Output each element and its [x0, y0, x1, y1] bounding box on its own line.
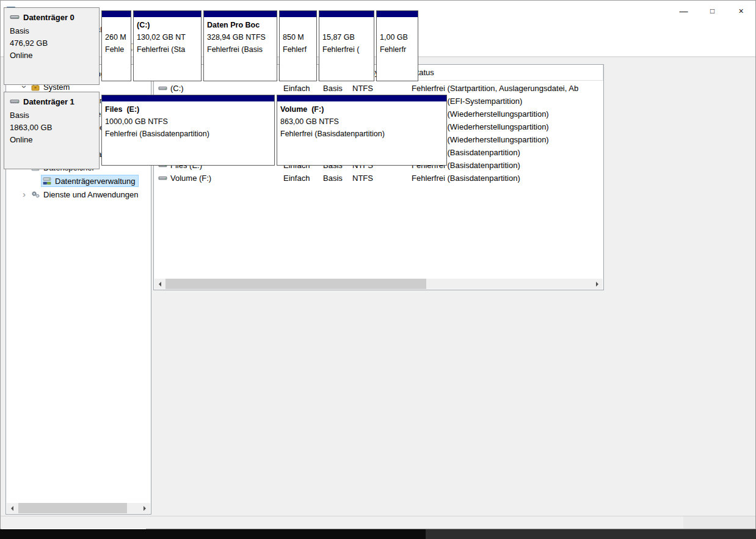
- disk-size: 1863,00 GB: [10, 122, 99, 134]
- partition-color-bar: [319, 11, 374, 17]
- partition-name: (C:): [134, 19, 201, 31]
- services-icon: [31, 189, 40, 199]
- partition-size: 850 M: [280, 31, 316, 43]
- partition-size: 863,00 GB NTFS: [277, 116, 446, 128]
- volume-list-horizontal-scrollbar[interactable]: [154, 279, 603, 289]
- partition-name: Volume (F:): [277, 103, 446, 116]
- partition-name: [102, 19, 131, 31]
- volume-status: Fehlerfrei (Basisdatenpartition): [407, 174, 603, 183]
- disk-1-partitions: Files (E:) 1000,00 GB NTFS Fehlerfrei (B…: [101, 95, 447, 169]
- partition-size: 1000,00 GB NTFS: [102, 116, 274, 128]
- right-splitter[interactable]: [604, 64, 606, 517]
- scroll-track[interactable]: [17, 503, 140, 513]
- tree-horizontal-scrollbar[interactable]: [7, 503, 150, 513]
- partition[interactable]: Files (E:) 1000,00 GB NTFS Fehlerfrei (B…: [101, 95, 275, 166]
- minimize-button[interactable]: —: [669, 1, 698, 21]
- statusbar: [1, 516, 755, 529]
- disk-name: Datenträger 0: [23, 13, 75, 22]
- volume-row[interactable]: Volume (F:) Einfach Basis NTFS Fehlerfre…: [154, 172, 603, 185]
- disk-status: Online: [10, 134, 99, 146]
- taskbar-segment: [426, 529, 756, 539]
- scroll-right-arrow-icon[interactable]: [592, 279, 603, 289]
- maximize-button[interactable]: □: [698, 1, 727, 21]
- partition-size: 130,02 GB NT: [134, 31, 201, 43]
- disk-management-icon: [42, 176, 52, 186]
- close-button[interactable]: ×: [727, 1, 755, 21]
- tree-item-label: Dienste und Anwendungen: [43, 190, 138, 199]
- window-controls: — □ ×: [669, 1, 755, 21]
- disk-1-info-box[interactable]: Datenträger 1 Basis 1863,00 GB Online: [4, 92, 100, 169]
- scroll-right-arrow-icon[interactable]: [140, 503, 150, 513]
- partition-color-bar: [102, 95, 274, 101]
- disk-icon: [10, 12, 20, 22]
- partition[interactable]: 1,00 GB Fehlerfr: [376, 10, 418, 81]
- taskbar-strip: [0, 529, 756, 539]
- partition-size: 260 M: [102, 31, 131, 43]
- partition-status: Fehle: [102, 43, 131, 56]
- partition-color-bar: [377, 11, 418, 17]
- partition-name: [377, 19, 418, 31]
- scroll-left-arrow-icon[interactable]: [154, 279, 165, 289]
- disk-0-info-box[interactable]: Datenträger 0 Basis 476,92 GB Online: [4, 7, 100, 85]
- volume-typ: Basis: [319, 174, 348, 183]
- partition-name: [280, 19, 316, 31]
- expander-icon[interactable]: [19, 188, 29, 200]
- partition[interactable]: 260 M Fehle: [101, 10, 131, 81]
- column-header[interactable]: Status: [407, 65, 603, 80]
- partition[interactable]: Daten Pro Boc 328,94 GB NTFS Fehlerfrei …: [203, 10, 277, 81]
- disk-name: Datenträger 1: [23, 97, 75, 106]
- partition-status: Fehlerfrei (Basisdatenpartition): [102, 128, 274, 140]
- partition-color-bar: [280, 11, 316, 17]
- partition[interactable]: 850 M Fehlerf: [279, 10, 317, 81]
- partition-color-bar: [134, 11, 201, 17]
- partition[interactable]: (C:) 130,02 GB NT Fehlerfrei (Sta: [133, 10, 202, 81]
- disk-icon: [10, 97, 20, 106]
- partition-status: Fehlerfrei (Basisdatenpartition): [277, 128, 446, 140]
- disk-row: Datenträger 0 Basis 476,92 GB Online 260…: [4, 7, 418, 85]
- partition-name: Files (E:): [102, 103, 274, 116]
- disk-size: 476,92 GB: [10, 37, 99, 50]
- tree-item[interactable]: Dienste und Anwendungen: [6, 188, 151, 201]
- disk-type: Basis: [10, 25, 99, 37]
- partition-status: Fehlerfr: [377, 43, 418, 56]
- scroll-thumb[interactable]: [165, 279, 426, 289]
- disk-row: Datenträger 1 Basis 1863,00 GB Online Fi…: [4, 92, 447, 169]
- volume-filesystem: NTFS: [348, 174, 407, 183]
- partition[interactable]: Volume (F:) 863,00 GB NTFS Fehlerfrei (B…: [277, 95, 447, 166]
- partition-status: Fehlerfrei (: [319, 43, 374, 56]
- scroll-left-arrow-icon[interactable]: [7, 503, 17, 513]
- scroll-track[interactable]: [165, 279, 592, 289]
- partition-name: Daten Pro Boc: [204, 19, 277, 31]
- computer-management-window: Computerverwaltung — □ × Datei Aktion An…: [0, 0, 756, 529]
- scroll-thumb[interactable]: [18, 503, 127, 513]
- partition-color-bar: [102, 11, 131, 17]
- volume-layout: Einfach: [279, 174, 319, 183]
- tree-item[interactable]: Datenträgerverwaltung: [6, 174, 151, 188]
- partition-color-bar: [277, 95, 446, 101]
- partition[interactable]: 15,87 GB Fehlerfrei (: [319, 10, 374, 81]
- partition-size: 328,94 GB NTFS: [204, 31, 277, 43]
- partition-status: Fehlerfrei (Basis: [204, 43, 277, 56]
- partition-status: Fehlerf: [280, 43, 316, 56]
- partition-size: 15,87 GB: [319, 31, 374, 43]
- tree-item-label: Datenträgerverwaltung: [55, 177, 136, 186]
- volume-name: Volume (F:): [170, 174, 211, 183]
- disk-status: Online: [10, 50, 99, 62]
- partition-size: 1,00 GB: [377, 31, 418, 43]
- disk-type: Basis: [10, 109, 99, 122]
- partition-color-bar: [204, 11, 277, 17]
- partition-status: Fehlerfrei (Sta: [134, 43, 201, 56]
- disk-0-partitions: 260 M Fehle (C:) 130,02 GB NT Fehlerfrei…: [101, 10, 418, 85]
- partition-name: [319, 19, 374, 31]
- resize-grip[interactable]: [683, 516, 755, 529]
- volume-icon: [158, 174, 167, 183]
